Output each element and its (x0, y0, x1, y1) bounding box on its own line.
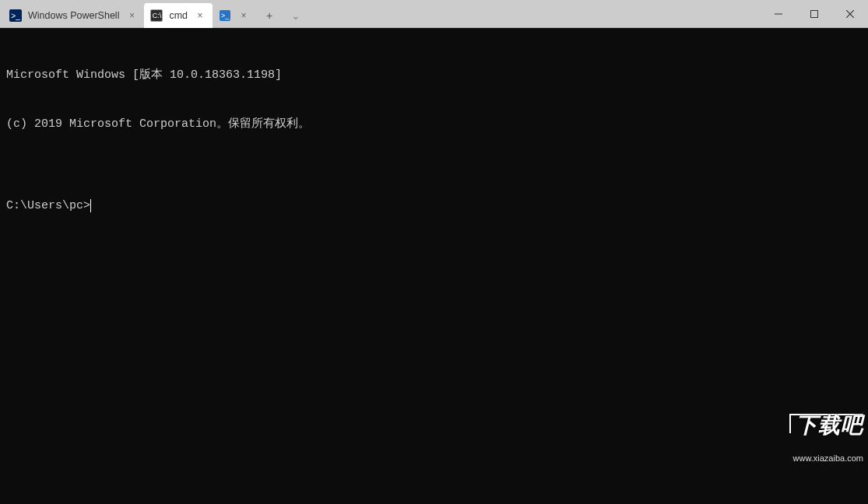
terminal-line: Microsoft Windows [版本 10.0.18363.1198] (6, 67, 862, 83)
powershell-icon: >_ (9, 9, 22, 22)
watermark-url: www.xiazaiba.com (776, 450, 863, 467)
tab-dropdown-button[interactable]: ⌄ (283, 3, 309, 28)
titlebar: >_ Windows PowerShell × C:\ cmd × >_ × +… (0, 0, 868, 28)
terminal-line: (c) 2019 Microsoft Corporation。保留所有权利。 (6, 116, 862, 132)
tab-pwsh[interactable]: >_ × (213, 3, 256, 28)
tab-strip: >_ Windows PowerShell × C:\ cmd × >_ × +… (0, 0, 761, 27)
watermark: 下载吧 www.xiazaiba.com (776, 397, 863, 499)
new-tab-button[interactable]: + (256, 3, 283, 28)
minimize-icon (775, 10, 782, 18)
tab-close-button[interactable]: × (194, 9, 206, 22)
close-button[interactable] (832, 0, 868, 28)
tab-cmd[interactable]: C:\ cmd × (144, 3, 213, 28)
window-controls (761, 0, 868, 27)
terminal-prompt: C:\Users\pc> (6, 198, 90, 214)
tab-powershell[interactable]: >_ Windows PowerShell × (3, 3, 144, 28)
watermark-text: 下载吧 (789, 414, 863, 433)
minimize-button[interactable] (761, 0, 796, 28)
terminal-cursor (90, 199, 91, 212)
tab-title: cmd (169, 10, 188, 21)
tab-close-button[interactable]: × (125, 9, 138, 22)
maximize-icon (810, 10, 818, 18)
close-icon (846, 10, 854, 18)
pwsh-icon: >_ (219, 9, 231, 22)
svg-rect-1 (811, 11, 818, 18)
tab-close-button[interactable]: × (237, 9, 250, 22)
terminal-prompt-line: C:\Users\pc> (6, 198, 862, 214)
cmd-icon: C:\ (150, 9, 163, 22)
terminal-pane[interactable]: Microsoft Windows [版本 10.0.18363.1198] (… (0, 28, 868, 504)
tab-title: Windows PowerShell (28, 10, 119, 21)
maximize-button[interactable] (796, 0, 832, 28)
